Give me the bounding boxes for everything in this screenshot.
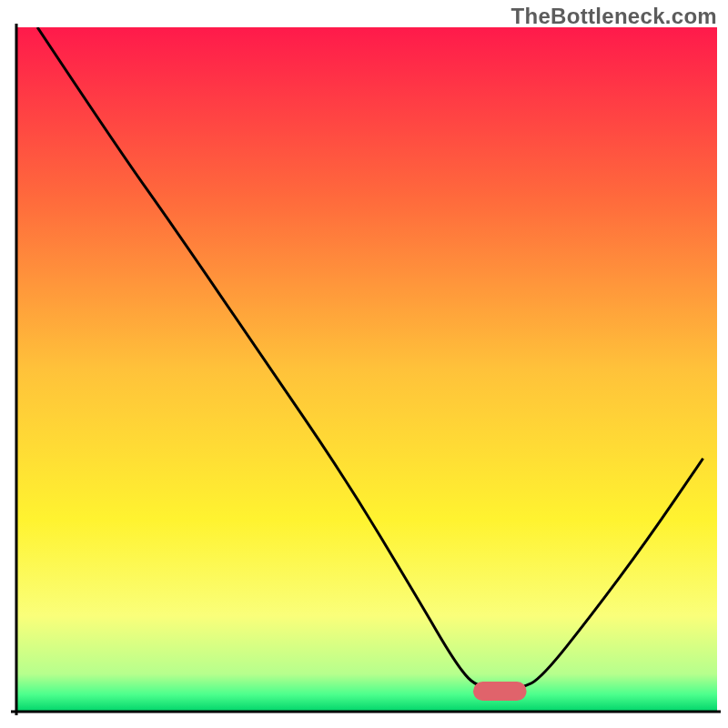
gradient-background xyxy=(16,27,717,712)
watermark-text: TheBottleneck.com xyxy=(511,4,717,29)
optimum-marker xyxy=(473,682,527,701)
chart-frame: TheBottleneck.com xyxy=(0,0,728,728)
bottleneck-chart xyxy=(0,0,728,728)
